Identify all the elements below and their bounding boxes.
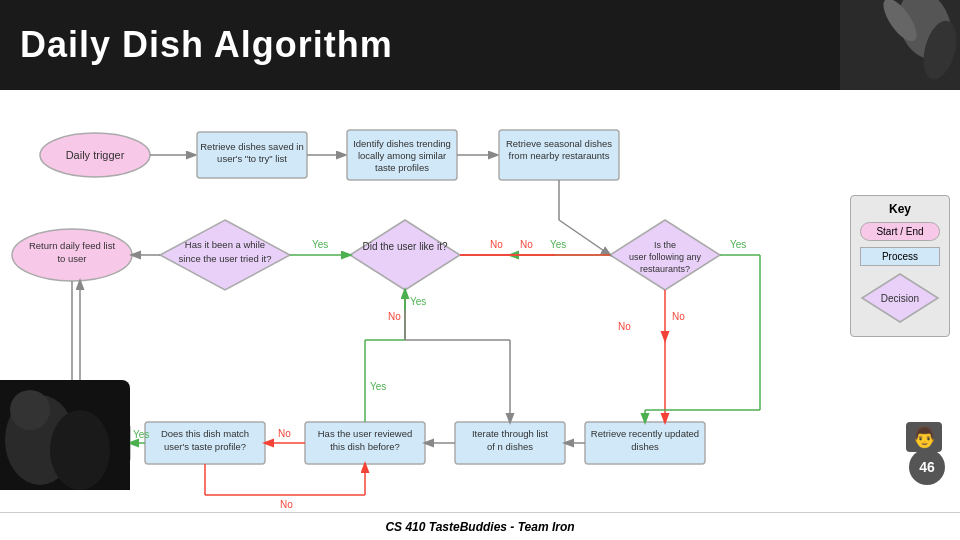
svg-text:Retrieve dishes saved in: Retrieve dishes saved in: [200, 141, 304, 152]
svg-text:user's "to try" list: user's "to try" list: [217, 153, 287, 164]
page-number-badge: 46: [909, 449, 945, 485]
key-start-end: Start / End: [857, 222, 943, 241]
svg-text:Retrieve recently updated: Retrieve recently updated: [591, 428, 699, 439]
key-process: Process: [857, 247, 943, 266]
svg-line-23: [559, 220, 610, 255]
footer: CS 410 TasteBuddies - Team Iron: [0, 512, 960, 540]
svg-text:Iterate through list: Iterate through list: [472, 428, 548, 439]
svg-text:Has it been a while: Has it been a while: [185, 239, 265, 250]
svg-text:Is the: Is the: [654, 240, 676, 250]
svg-text:Has the user reviewed: Has the user reviewed: [318, 428, 413, 439]
page-number: 46: [919, 459, 935, 475]
svg-text:No: No: [278, 428, 291, 439]
food-decoration: [840, 0, 960, 90]
key-decision: Decision: [857, 272, 943, 324]
svg-text:Return daily feed list: Return daily feed list: [29, 240, 115, 251]
main-content: Daily trigger Retrieve dishes saved in u…: [0, 90, 960, 520]
svg-text:No: No: [280, 499, 293, 510]
svg-text:Yes: Yes: [312, 239, 328, 250]
svg-text:user's taste profile?: user's taste profile?: [164, 441, 246, 452]
key-process-label: Process: [860, 247, 940, 266]
svg-text:Yes: Yes: [370, 381, 386, 392]
svg-text:No: No: [490, 239, 503, 250]
svg-marker-28: [350, 220, 460, 290]
svg-text:locally among similar: locally among similar: [358, 150, 446, 161]
svg-point-94: [10, 390, 50, 430]
svg-point-93: [50, 410, 110, 490]
svg-text:since the user tried it?: since the user tried it?: [179, 253, 272, 264]
svg-text:restaurants?: restaurants?: [640, 264, 690, 274]
svg-text:No: No: [618, 321, 631, 332]
svg-text:user following any: user following any: [629, 252, 702, 262]
logo-icon: 👨: [906, 422, 942, 452]
svg-text:Yes: Yes: [730, 239, 746, 250]
svg-text:No: No: [520, 239, 533, 250]
svg-text:Retrieve seasonal dishes: Retrieve seasonal dishes: [506, 138, 612, 149]
svg-text:Identify dishes trending: Identify dishes trending: [353, 138, 451, 149]
svg-text:Yes: Yes: [133, 429, 149, 440]
page-title: Daily Dish Algorithm: [20, 24, 393, 66]
svg-text:Did the user like it?: Did the user like it?: [362, 241, 447, 252]
key-title: Key: [857, 202, 943, 216]
svg-text:Yes: Yes: [550, 239, 566, 250]
svg-text:Decision: Decision: [881, 293, 919, 304]
svg-text:dishes: dishes: [631, 441, 659, 452]
svg-text:Daily trigger: Daily trigger: [66, 149, 125, 161]
svg-text:this dish before?: this dish before?: [330, 441, 400, 452]
svg-text:to user: to user: [57, 253, 86, 264]
svg-text:Does this dish match: Does this dish match: [161, 428, 249, 439]
svg-text:taste profiles: taste profiles: [375, 162, 429, 173]
svg-text:from nearby restaraunts: from nearby restaraunts: [509, 150, 610, 161]
svg-text:Yes: Yes: [410, 296, 426, 307]
svg-text:of n dishes: of n dishes: [487, 441, 533, 452]
footer-credit: CS 410 TasteBuddies - Team Iron: [385, 520, 574, 534]
key-start-label: Start / End: [860, 222, 940, 241]
legend-key: Key Start / End Process Decision: [850, 195, 950, 337]
mustache-icon: 👨: [912, 425, 937, 449]
svg-text:No: No: [388, 311, 401, 322]
svg-text:No: No: [672, 311, 685, 322]
bottom-decoration-left: [0, 380, 130, 490]
page-header: Daily Dish Algorithm: [0, 0, 960, 90]
